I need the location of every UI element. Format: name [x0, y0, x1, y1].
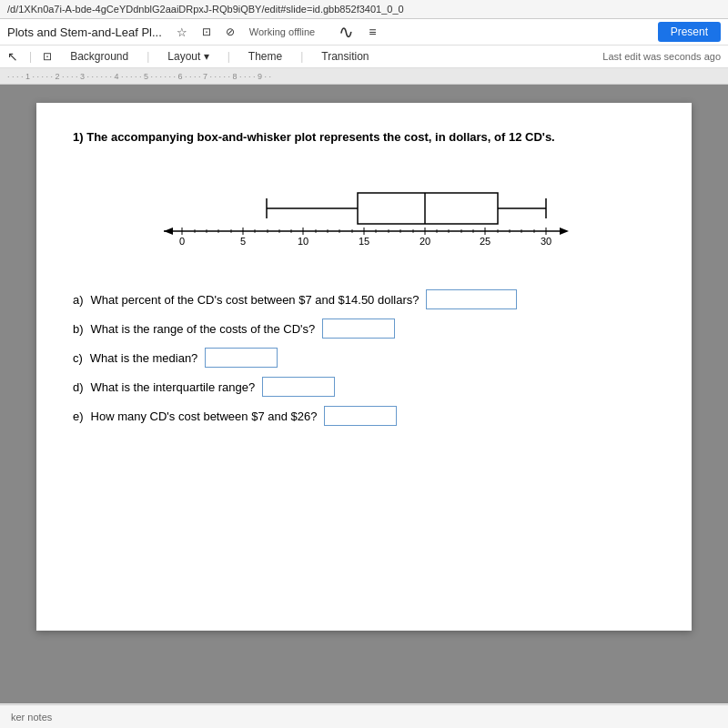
layout-chevron: ▾ [204, 50, 209, 63]
menu-item-transition[interactable]: Transition [314, 47, 376, 66]
working-offline-status: Working offline [249, 26, 315, 37]
star-icon[interactable]: ☆ [177, 25, 187, 39]
question-d-text: What is the interquartile range? [91, 380, 256, 394]
question-heading: 1) The accompanying box-and-whisker plot… [73, 130, 655, 144]
label-d: d) [73, 380, 84, 394]
answer-box-d[interactable] [262, 377, 335, 397]
plot-area: 0 5 10 15 20 25 [73, 158, 655, 271]
label-5: 5 [240, 236, 246, 247]
question-number: 1) [73, 130, 84, 144]
toolbar-divider-1: | [29, 50, 32, 63]
answer-row-d: d) What is the interquartile range? [73, 377, 655, 397]
ruler: · · · · 1 · · · · · 2 · · · · 3 · · · · … [0, 68, 728, 85]
menu-item-theme[interactable]: Theme [241, 47, 289, 66]
cursor-icon: ↖ [7, 49, 18, 64]
label-10: 10 [298, 236, 308, 247]
toolbar-divider-3: | [228, 50, 230, 63]
copy-icon: ⊡ [202, 25, 211, 38]
question-c-text: What is the median? [90, 351, 198, 365]
answer-box-b[interactable] [322, 318, 395, 339]
undo-icon[interactable]: ⊡ [43, 50, 52, 63]
label-0: 0 [179, 236, 185, 247]
label-20: 20 [420, 236, 430, 247]
url-bar: /d/1XKn0a7i-A-bde-4gCeYDdnblG2aaiDRpxJ-R… [0, 0, 728, 19]
axis-arrow [560, 228, 569, 235]
box-rect [358, 193, 498, 224]
box-whisker-svg: 0 5 10 15 20 25 [155, 158, 573, 268]
label-15: 15 [359, 236, 369, 247]
plot-svg-wrapper: 0 5 10 15 20 25 [155, 158, 573, 271]
url-text: /d/1XKn0a7i-A-bde-4gCeYDdnblG2aaiDRpxJ-R… [7, 4, 404, 15]
ruler-marks: · · · · 1 · · · · · 2 · · · · 3 · · · · … [7, 72, 271, 81]
present-button[interactable]: Present [658, 22, 721, 42]
label-b: b) [73, 322, 84, 336]
label-c: c) [73, 351, 83, 365]
answer-row-b: b) What is the range of the costs of the… [73, 318, 655, 339]
question-a-text: What percent of the CD's cost between $7… [91, 293, 420, 307]
answer-row-a: a) What percent of the CD's cost between… [73, 289, 655, 309]
speaker-notes-label[interactable]: ker notes [11, 712, 52, 723]
answer-box-e[interactable] [324, 406, 397, 426]
app-title: Plots and Stem-and-Leaf Pl... [7, 25, 162, 39]
question-e-text: How many CD's cost between $7 and $26? [91, 410, 318, 423]
answer-box-c[interactable] [205, 348, 278, 368]
slide: 1) The accompanying box-and-whisker plot… [36, 103, 692, 631]
main-canvas-area: 1) The accompanying box-and-whisker plot… [0, 85, 728, 703]
sub-menu-bar: ↖ | ⊡ Background | Layout ▾ | Theme | Tr… [0, 46, 728, 68]
menu-item-background[interactable]: Background [63, 47, 136, 66]
question-body: The accompanying box-and-whisker plot re… [86, 130, 555, 144]
axis-left-arrow [164, 228, 173, 235]
wave-icon: ∿ [339, 21, 354, 43]
question-b-text: What is the range of the costs of the CD… [91, 322, 316, 336]
answers-section: a) What percent of the CD's cost between… [73, 289, 655, 426]
label-30: 30 [541, 236, 551, 247]
menu-item-layout[interactable]: Layout ▾ [160, 47, 216, 66]
app-menu-bar: Plots and Stem-and-Leaf Pl... ☆ ⊡ ⊘ Work… [0, 19, 728, 46]
last-edit-status: Last edit was seconds ago [602, 51, 721, 62]
bottom-bar: ker notes [0, 704, 728, 728]
answer-row-c: c) What is the median? [73, 348, 655, 368]
label-a: a) [73, 293, 84, 307]
toolbar-divider-2: | [147, 50, 149, 63]
answer-box-a[interactable] [426, 289, 517, 309]
answer-row-e: e) How many CD's cost between $7 and $26… [73, 406, 655, 426]
offline-icon: ⊘ [226, 25, 235, 38]
layout-label: Layout [167, 50, 200, 63]
label-e: e) [73, 410, 84, 423]
chat-icon[interactable]: ≡ [369, 25, 376, 39]
label-25: 25 [480, 236, 490, 247]
toolbar-divider-4: | [300, 50, 303, 63]
